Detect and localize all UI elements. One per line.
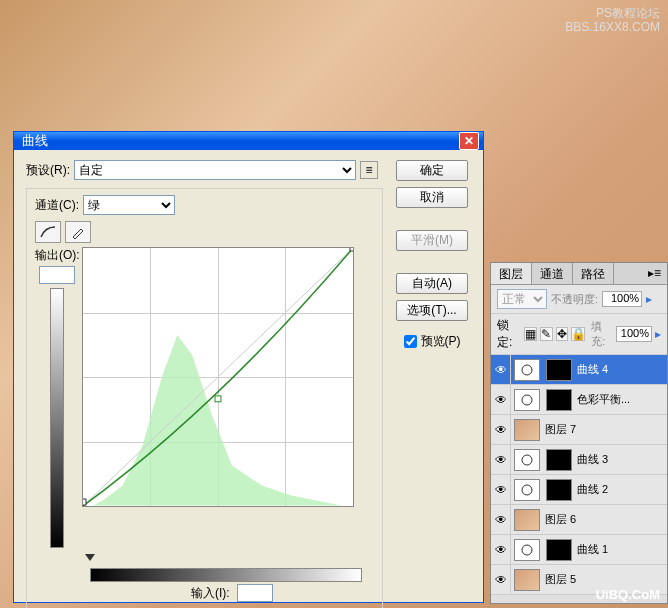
ok-button[interactable]: 确定: [396, 160, 468, 181]
channel-select[interactable]: 绿: [83, 195, 175, 215]
tab-channels[interactable]: 通道: [532, 263, 573, 284]
fill-field[interactable]: 100%: [616, 326, 652, 342]
lock-move-icon[interactable]: ✥: [556, 327, 569, 341]
smooth-button[interactable]: 平滑(M): [396, 230, 468, 251]
lock-transparency-icon[interactable]: ▦: [524, 327, 537, 341]
titlebar[interactable]: 曲线 ✕: [14, 132, 483, 150]
layer-thumbnail: [514, 539, 540, 561]
layer-thumbnail: [514, 569, 540, 591]
fill-arrow-icon[interactable]: ▸: [655, 327, 661, 341]
svg-line-0: [83, 248, 353, 506]
preview-checkbox[interactable]: [404, 335, 417, 348]
cancel-button[interactable]: 取消: [396, 187, 468, 208]
blend-mode-select[interactable]: 正常: [497, 289, 547, 309]
curves-dialog: 曲线 ✕ 预设(R): 自定 ≡ 通道(C): 绿: [13, 131, 484, 603]
layer-row[interactable]: 👁图层 6: [491, 505, 667, 535]
preset-menu-icon[interactable]: ≡: [360, 161, 378, 179]
output-label: 输出(O):: [35, 247, 80, 264]
layer-mask-thumbnail: [546, 479, 572, 501]
tab-paths[interactable]: 路径: [573, 263, 614, 284]
layer-thumbnail: [514, 419, 540, 441]
layer-mask-thumbnail: [546, 389, 572, 411]
visibility-eye-icon[interactable]: 👁: [491, 535, 511, 565]
curve-tool-icon[interactable]: [35, 221, 61, 243]
svg-point-7: [522, 485, 532, 495]
layer-row[interactable]: 👁曲线 3: [491, 445, 667, 475]
lock-label: 锁定:: [497, 317, 521, 351]
visibility-eye-icon[interactable]: 👁: [491, 355, 511, 385]
layers-list: 👁曲线 4👁色彩平衡...👁图层 7👁曲线 3👁曲线 2👁图层 6👁曲线 1👁图…: [491, 355, 667, 603]
layer-thumbnail: [514, 449, 540, 471]
input-label: 输入(I):: [191, 586, 230, 600]
svg-point-6: [522, 455, 532, 465]
auto-button[interactable]: 自动(A): [396, 273, 468, 294]
svg-point-8: [522, 545, 532, 555]
dialog-title: 曲线: [18, 132, 459, 150]
lock-all-icon[interactable]: 🔒: [571, 327, 585, 341]
watermark-top: PS教程论坛 BBS.16XX8.COM: [565, 6, 660, 34]
panel-menu-icon[interactable]: ▸≡: [648, 266, 661, 281]
watermark-bottom: UiBQ.CoM: [596, 587, 660, 602]
layer-name-label: 色彩平衡...: [575, 392, 667, 407]
layer-row[interactable]: 👁图层 7: [491, 415, 667, 445]
preset-label: 预设(R):: [26, 162, 70, 179]
layer-thumbnail: [514, 359, 540, 381]
opacity-field[interactable]: 100%: [602, 291, 642, 307]
preview-label: 预览(P): [421, 333, 461, 350]
lock-paint-icon[interactable]: ✎: [540, 327, 553, 341]
visibility-eye-icon[interactable]: 👁: [491, 445, 511, 475]
svg-point-5: [522, 395, 532, 405]
layer-thumbnail: [514, 389, 540, 411]
channel-label: 通道(C):: [35, 197, 79, 214]
layer-mask-thumbnail: [546, 539, 572, 561]
curve-graph[interactable]: [82, 247, 354, 507]
visibility-eye-icon[interactable]: 👁: [491, 505, 511, 535]
opacity-arrow-icon[interactable]: ▸: [646, 292, 652, 306]
layer-row[interactable]: 👁曲线 4: [491, 355, 667, 385]
layers-panel: 图层 通道 路径 ▸≡ 正常 不透明度: 100% ▸ 锁定: ▦ ✎ ✥ 🔒 …: [490, 262, 668, 604]
fill-label: 填充:: [591, 319, 613, 349]
curve-line: [83, 248, 353, 506]
opacity-label: 不透明度:: [551, 292, 598, 307]
svg-point-4: [522, 365, 532, 375]
layer-row[interactable]: 👁曲线 1: [491, 535, 667, 565]
slider-handle[interactable]: [85, 554, 95, 561]
svg-rect-1: [83, 499, 86, 505]
layer-name-label: 曲线 4: [575, 362, 667, 377]
layer-name-label: 图层 7: [543, 422, 667, 437]
layer-name-label: 图层 5: [543, 572, 667, 587]
output-field[interactable]: [39, 266, 75, 284]
options-button[interactable]: 选项(T)...: [396, 300, 468, 321]
close-icon[interactable]: ✕: [459, 132, 479, 150]
layer-row[interactable]: 👁色彩平衡...: [491, 385, 667, 415]
layer-mask-thumbnail: [546, 449, 572, 471]
layer-name-label: 曲线 3: [575, 452, 667, 467]
layer-thumbnail: [514, 479, 540, 501]
layer-mask-thumbnail: [546, 359, 572, 381]
visibility-eye-icon[interactable]: 👁: [491, 415, 511, 445]
preset-select[interactable]: 自定: [74, 160, 356, 180]
svg-rect-2: [215, 396, 221, 402]
vertical-gradient: [50, 288, 64, 548]
layer-thumbnail: [514, 509, 540, 531]
input-field[interactable]: [237, 584, 273, 602]
pencil-tool-icon[interactable]: [65, 221, 91, 243]
visibility-eye-icon[interactable]: 👁: [491, 475, 511, 505]
layer-name-label: 曲线 1: [575, 542, 667, 557]
layer-name-label: 曲线 2: [575, 482, 667, 497]
svg-rect-3: [350, 248, 353, 251]
layer-row[interactable]: 👁曲线 2: [491, 475, 667, 505]
tab-layers[interactable]: 图层: [491, 263, 532, 284]
horizontal-gradient: [90, 568, 362, 582]
layer-name-label: 图层 6: [543, 512, 667, 527]
visibility-eye-icon[interactable]: 👁: [491, 565, 511, 595]
visibility-eye-icon[interactable]: 👁: [491, 385, 511, 415]
